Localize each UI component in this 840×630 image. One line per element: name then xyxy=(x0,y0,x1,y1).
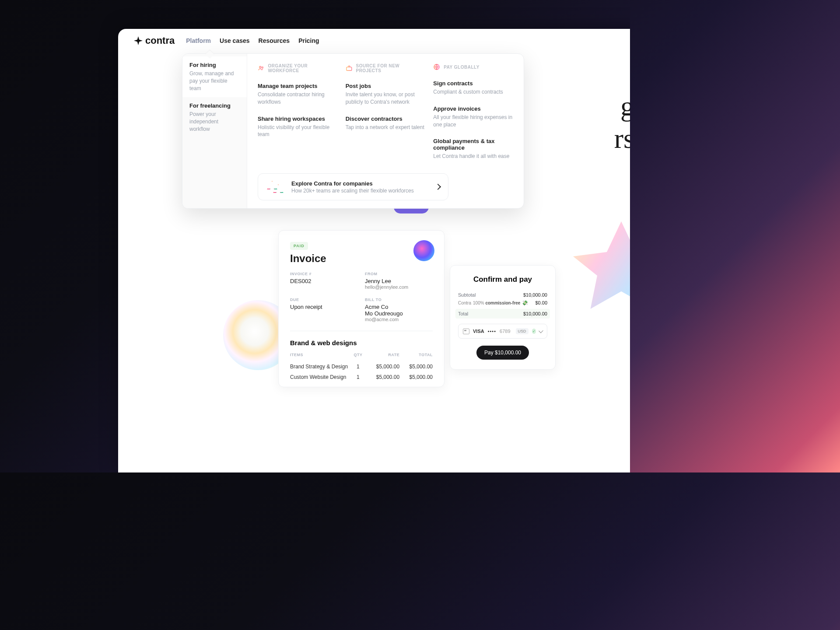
subtotal-value: $10,000.00 xyxy=(523,292,547,298)
megamenu-tab-subtitle: Grow, manage and pay your flexible team xyxy=(189,70,240,92)
invoice-title: Invoice xyxy=(290,252,433,265)
subtotal-label: Subtotal xyxy=(458,292,476,298)
megamenu-link-global-payments[interactable]: Global payments & tax compliance Let Con… xyxy=(433,138,513,160)
invoice-number-label: INVOICE # xyxy=(290,272,358,276)
megamenu-col-header: PAY GLOBALLY xyxy=(444,65,480,70)
pay-button[interactable]: Pay $10,000.00 xyxy=(476,346,529,360)
svg-point-0 xyxy=(259,66,261,68)
logo[interactable]: contra xyxy=(134,35,175,46)
avatar xyxy=(413,240,434,261)
megamenu-link-share-workspaces[interactable]: Share hiring workspaces Holistic visibil… xyxy=(258,116,338,139)
megamenu-tab-hiring[interactable]: For hiring Grow, manage and pay your fle… xyxy=(182,56,247,97)
status-badge: PAID xyxy=(290,242,308,250)
credit-card-icon xyxy=(463,329,469,334)
invoice-billto-label: BILL TO xyxy=(365,298,433,302)
currency-badge: USD xyxy=(516,328,528,334)
invoice-due-label: DUE xyxy=(290,298,358,302)
svg-point-1 xyxy=(262,67,263,68)
globe-icon xyxy=(433,63,440,70)
invoice-from-label: FROM xyxy=(365,272,433,276)
chevron-right-icon xyxy=(435,184,441,190)
invoice-section-title: Brand & web designs xyxy=(290,339,433,346)
megamenu-link-approve-invoices[interactable]: Approve invoices All your flexible hirin… xyxy=(433,105,513,129)
verified-icon: ✓ xyxy=(532,329,536,334)
megamenu-link-discover-contractors[interactable]: Discover contractors Tap into a network … xyxy=(346,116,426,131)
invoice-from-email: hello@jennylee.com xyxy=(365,284,433,290)
nav-platform[interactable]: Platform xyxy=(186,37,211,44)
megamenu-footer-explore[interactable]: Explore Contra for companies How 20k+ te… xyxy=(258,173,448,200)
nav-use-cases[interactable]: Use cases xyxy=(220,37,250,44)
divider xyxy=(290,331,433,331)
svg-rect-2 xyxy=(346,67,352,70)
money-emoji-icon: 💸 xyxy=(522,300,528,306)
nav-pricing[interactable]: Pricing xyxy=(298,37,319,44)
invoice-from-name: Jenny Lee xyxy=(365,278,433,284)
arrows-icon xyxy=(266,179,285,195)
fee-label: Contra 100% commission-free 💸 xyxy=(458,300,528,306)
nav-resources[interactable]: Resources xyxy=(259,37,290,44)
invoice-number: DES002 xyxy=(290,278,358,284)
payment-card: Confirm and pay Subtotal $10,000.00 Cont… xyxy=(450,265,556,370)
payment-method-selector[interactable]: VISA •••• 6789 USD ✓ xyxy=(458,324,547,339)
invoice-table-header: ITEMS QTY RATE TOTAL xyxy=(290,353,433,357)
main-nav: Platform Use cases Resources Pricing xyxy=(186,37,319,44)
megamenu-tab-title: For hiring xyxy=(189,62,240,68)
invoice-billto-company: Acme Co xyxy=(365,304,433,310)
team-icon xyxy=(258,65,264,72)
briefcase-icon xyxy=(346,65,353,72)
megamenu-col-header: SOURCE FOR NEW PROJECTS xyxy=(356,63,425,73)
total-value: $10,000.00 xyxy=(523,311,547,316)
megamenu-tab-freelancing[interactable]: For freelancing Power your independent w… xyxy=(182,97,247,138)
platform-megamenu: For hiring Grow, manage and pay your fle… xyxy=(182,53,524,209)
card-masked: •••• xyxy=(488,329,496,334)
table-row: Custom Website Design 1 $5,000.00 $5,000… xyxy=(290,372,433,382)
megamenu-link-manage-projects[interactable]: Manage team projects Consolidate contrac… xyxy=(258,83,338,106)
megamenu-content: ORGANIZE YOUR WORKFORCE Manage team proj… xyxy=(247,54,524,208)
table-row: Brand Strategy & Design 1 $5,000.00 $5,0… xyxy=(290,361,433,372)
invoice-due: Upon receipt xyxy=(290,304,358,310)
megamenu-col-header: ORGANIZE YOUR WORKFORCE xyxy=(268,63,337,73)
payment-title: Confirm and pay xyxy=(458,275,547,284)
megamenu-link-sign-contracts[interactable]: Sign contracts Compliant & custom contra… xyxy=(433,80,513,96)
invoice-billto-name: Mo Oudreougo xyxy=(365,310,433,317)
megamenu-tab-subtitle: Power your independent workflow xyxy=(189,111,240,133)
invoice-card: PAID Invoice INVOICE # DES002 FROM Jenny… xyxy=(278,230,444,387)
hero-headline: g rs xyxy=(614,90,630,154)
invoice-billto-email: mo@acme.com xyxy=(365,317,433,322)
logo-text: contra xyxy=(145,35,175,46)
megamenu-tab-title: For freelancing xyxy=(189,102,240,109)
chevron-down-icon xyxy=(539,328,543,332)
logo-icon xyxy=(134,36,143,45)
card-last4: 6789 xyxy=(500,329,510,334)
total-label: Total xyxy=(458,311,468,316)
fee-value: $0.00 xyxy=(535,300,547,306)
decoration-star xyxy=(573,221,630,309)
megamenu-sidebar: For hiring Grow, manage and pay your fle… xyxy=(182,54,247,208)
card-brand: VISA xyxy=(473,329,484,334)
site-header: contra Platform Use cases Resources Pric… xyxy=(118,29,630,52)
megamenu-link-post-jobs[interactable]: Post jobs Invite talent you know, or pos… xyxy=(346,83,426,106)
